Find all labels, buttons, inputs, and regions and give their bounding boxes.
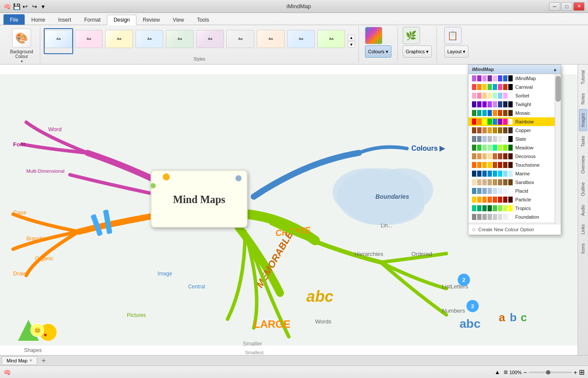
style-thumb-4[interactable]: Aa <box>135 28 164 54</box>
panel-overview[interactable]: Overview <box>579 152 587 178</box>
colours-icon-row <box>365 27 382 44</box>
styles-items: Aa Aa Aa Aa <box>44 27 355 55</box>
zoom-minus-button[interactable]: − <box>523 369 527 376</box>
colour-scheme-marine[interactable]: Marine <box>468 169 561 178</box>
style-thumb-7[interactable]: Aa <box>226 28 255 54</box>
colour-scheme-foundation[interactable]: Foundation <box>468 213 561 221</box>
canvas-area[interactable]: Boundaries CREATE MEMORABLE M <box>0 65 578 355</box>
colour-scheme-particle[interactable]: Particle <box>468 195 561 204</box>
zoom-slider-thumb[interactable] <box>546 370 550 375</box>
background-colour-label: Background Colour <box>9 49 35 59</box>
dropdown-scrollbar-thumb[interactable] <box>556 76 561 102</box>
dropdown-fade <box>468 221 561 224</box>
doc-tab-mindmap[interactable]: Mind Map ✕ <box>2 356 37 365</box>
svg-text:abc: abc <box>459 317 481 330</box>
add-tab-button[interactable]: + <box>39 357 48 365</box>
tab-format[interactable]: Format <box>78 14 107 25</box>
layout-dropdown-button[interactable]: Layout ▾ <box>444 45 468 58</box>
style-thumb-10[interactable]: Aa <box>317 28 346 54</box>
panel-links[interactable]: Links <box>579 220 587 238</box>
style-thumb-2[interactable]: Aa <box>74 28 103 54</box>
styles-scroll-down[interactable]: ▼ <box>348 42 355 48</box>
svg-text:c: c <box>521 311 527 324</box>
tab-insert[interactable]: Insert <box>52 14 78 25</box>
doc-tab-close[interactable]: ✕ <box>29 358 32 363</box>
layout-btn-label: Layout <box>447 49 462 54</box>
style-thumb-8[interactable]: Aa <box>256 28 285 54</box>
dropdown-scrollbar[interactable] <box>555 74 561 224</box>
colour-scheme-sorbet[interactable]: Sorbet <box>468 91 561 100</box>
up-arrow-button[interactable]: ▲ <box>494 369 500 375</box>
decorous-label: Decorous <box>515 154 557 159</box>
touchstone-swatches <box>472 162 513 168</box>
ribbon-tabs: File Home Insert Format Design Review Vi… <box>0 13 588 25</box>
tab-design[interactable]: Design <box>107 15 136 25</box>
add-mindmap-button[interactable]: 🧠 <box>3 369 11 376</box>
save-icon[interactable]: 💾 <box>13 3 20 10</box>
ribbon-content: 🎨 Background Colour ▾ Background Aa <box>0 25 588 64</box>
ribbon-group-graphics: 🌿 Graphics ▾ <box>398 27 437 62</box>
svg-text:Case: Case <box>13 209 26 216</box>
tab-home[interactable]: Home <box>25 14 52 25</box>
colour-scheme-rainbow[interactable]: Rainbow <box>468 117 561 126</box>
colour-scheme-mosaic[interactable]: Mosaic <box>468 109 561 117</box>
colour-scheme-sandbox[interactable]: Sandbox <box>468 178 561 187</box>
tab-file[interactable]: File <box>3 14 25 25</box>
style-thumb-6[interactable]: Aa <box>195 28 225 54</box>
dropdown-scroll-up[interactable]: ▲ <box>553 67 557 72</box>
colour-scheme-copper[interactable]: Copper <box>468 126 561 135</box>
panel-audio[interactable]: Audio <box>579 201 587 220</box>
svg-text:Boundaries: Boundaries <box>375 193 409 200</box>
colour-scheme-decorous[interactable]: Decorous <box>468 152 561 161</box>
minimize-button[interactable]: ─ <box>549 2 560 11</box>
background-colour-icon: 🎨 <box>12 29 31 48</box>
meadow-label: Meadow <box>515 145 557 150</box>
zoom-slider[interactable] <box>529 372 572 373</box>
filter-icon[interactable]: ≡ <box>504 368 507 376</box>
svg-text:Branches: Branches <box>26 236 48 242</box>
svg-text:Central: Central <box>188 284 205 290</box>
graphics-dropdown-button[interactable]: Graphics ▾ <box>403 45 432 58</box>
panel-outline[interactable]: Outline <box>579 178 587 200</box>
colour-scheme-meadow[interactable]: Meadow <box>468 143 561 152</box>
tab-review[interactable]: Review <box>136 14 166 25</box>
colour-scheme-placid[interactable]: Placid <box>468 187 561 195</box>
foundation-label: Foundation <box>515 214 557 220</box>
colour-scheme-imindmap[interactable]: iMindMap <box>468 74 561 83</box>
colour-scheme-carnival[interactable]: Carnival <box>468 83 561 91</box>
colour-scheme-tropics[interactable]: Tropics <box>468 204 561 213</box>
background-colour-button[interactable]: 🎨 Background Colour ▾ <box>7 27 36 65</box>
panel-icons[interactable]: Icons <box>579 239 587 258</box>
mosaic-swatches <box>472 110 513 116</box>
restore-button[interactable]: □ <box>561 2 572 11</box>
colour-scheme-slate[interactable]: Slate <box>468 135 561 143</box>
background-colour-dropdown-arrow[interactable]: ▾ <box>21 59 23 64</box>
grid-icon[interactable]: ⊞ <box>579 368 585 376</box>
dropdown-items-list: iMindMap Carnival Sorbet <box>468 74 561 224</box>
slate-label: Slate <box>515 136 557 142</box>
sandbox-label: Sandbox <box>515 180 557 185</box>
customize-icon[interactable]: ▾ <box>42 3 48 10</box>
colour-scheme-twilight[interactable]: Twilight <box>468 100 561 109</box>
dropdown-footer[interactable]: ○ Create New Colour Option <box>468 224 561 235</box>
panel-notes[interactable]: Notes <box>579 89 587 108</box>
zoom-plus-button[interactable]: + <box>574 369 577 376</box>
panel-images[interactable]: Images <box>579 109 587 131</box>
graphics-icon-row: 🌿 <box>403 27 420 44</box>
close-button[interactable]: ✕ <box>573 2 585 11</box>
style-thumb-3[interactable]: Aa <box>104 28 134 54</box>
colour-scheme-touchstone[interactable]: Touchstone <box>468 161 561 169</box>
undo-icon[interactable]: ↩ <box>23 3 29 10</box>
tab-view[interactable]: View <box>166 14 191 25</box>
style-thumb-9[interactable]: Aa <box>286 28 316 54</box>
colours-dropdown-button[interactable]: Colours ▾ <box>365 45 391 58</box>
tab-tools[interactable]: Tools <box>191 14 216 25</box>
style-thumb-5[interactable]: Aa <box>165 28 194 54</box>
meadow-swatches <box>472 145 513 151</box>
style-thumb-1[interactable]: Aa <box>44 28 73 54</box>
redo-icon[interactable]: ↪ <box>32 3 39 10</box>
svg-text:Colours ▶: Colours ▶ <box>411 144 446 152</box>
panel-tutorial[interactable]: Tutorial <box>579 66 587 88</box>
styles-scroll-up[interactable]: ▲ <box>348 35 355 41</box>
panel-tasks[interactable]: Tasks <box>579 132 587 151</box>
